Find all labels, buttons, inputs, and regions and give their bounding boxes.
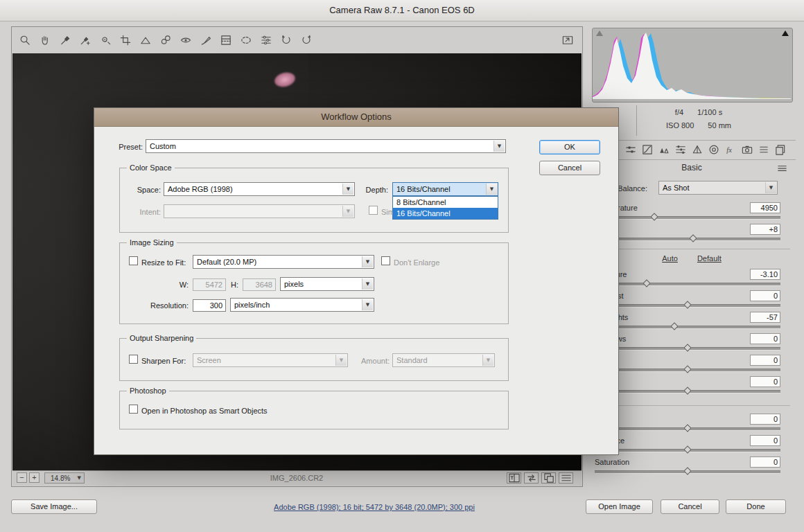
straighten-tool-icon[interactable] xyxy=(136,31,155,50)
split-toning-icon[interactable] xyxy=(690,143,704,156)
detail-icon[interactable] xyxy=(657,143,670,156)
rotate-left-icon[interactable] xyxy=(277,31,295,50)
slider-value[interactable]: -3.10 xyxy=(750,269,780,280)
highlight-clipping-indicator[interactable] xyxy=(782,30,789,36)
adjustment-brush-tool-icon[interactable] xyxy=(196,31,215,50)
slider-clarity: Clarity0 xyxy=(595,413,780,434)
color-space-legend: Color Space xyxy=(127,163,175,172)
slider-thumb[interactable] xyxy=(683,365,691,373)
preset-select[interactable]: Custom ▼ xyxy=(146,139,506,153)
slider-thumb[interactable] xyxy=(683,387,691,394)
slider-value[interactable]: 0 xyxy=(750,290,780,301)
resize-to-fit-checkbox[interactable] xyxy=(129,256,138,265)
white-balance-select[interactable]: As Shot ▼ xyxy=(658,181,778,195)
slider-contrast: Contrast0 xyxy=(595,290,780,311)
cancel-button[interactable]: Cancel xyxy=(661,499,719,514)
space-select[interactable]: Adobe RGB (1998) ▼ xyxy=(164,182,355,196)
slider-value[interactable]: 0 xyxy=(750,333,780,344)
resolution-units-select[interactable]: pixels/inch ▼ xyxy=(230,298,374,312)
radial-filter-tool-icon[interactable] xyxy=(236,31,255,50)
slider-thumb[interactable] xyxy=(683,344,691,351)
slider-value[interactable]: 0 xyxy=(750,414,780,425)
slider-track[interactable] xyxy=(595,427,780,431)
dialog-cancel-button[interactable]: Cancel xyxy=(539,161,600,175)
effects-icon[interactable]: fx xyxy=(724,143,737,156)
hsl-grayscale-icon[interactable] xyxy=(674,143,687,156)
slider-thumb[interactable] xyxy=(683,424,691,432)
depth-option[interactable]: 8 Bits/Channel xyxy=(393,197,498,208)
slider-track[interactable] xyxy=(595,449,780,452)
sharpen-for-checkbox[interactable] xyxy=(129,355,138,364)
graduated-filter-tool-icon[interactable] xyxy=(216,31,235,50)
slider-track[interactable] xyxy=(595,390,780,393)
rotate-right-icon[interactable] xyxy=(297,31,315,50)
fullscreen-toggle-icon[interactable] xyxy=(559,32,576,48)
depth-select[interactable]: 16 Bits/Channel ▼ xyxy=(392,182,498,196)
red-eye-tool-icon[interactable] xyxy=(176,31,195,50)
default-link[interactable]: Default xyxy=(697,254,722,263)
window-title: Camera Raw 8.7.1 - Canon EOS 6D xyxy=(329,5,475,15)
slider-track[interactable] xyxy=(595,304,780,308)
slider-thumb[interactable] xyxy=(671,322,679,330)
slider-track[interactable] xyxy=(595,347,780,351)
slider-thumb[interactable] xyxy=(689,234,697,242)
slider-value[interactable]: +8 xyxy=(750,224,780,235)
auto-link[interactable]: Auto xyxy=(662,254,678,263)
open-image-button[interactable]: Open Image xyxy=(586,499,653,514)
zoom-out-button[interactable]: − xyxy=(17,472,27,483)
slider-thumb[interactable] xyxy=(643,279,650,287)
slider-value[interactable]: 0 xyxy=(750,355,780,366)
hand-tool-icon[interactable] xyxy=(35,31,54,50)
resolution-field[interactable]: 300 xyxy=(193,299,226,312)
lens-corrections-icon[interactable] xyxy=(707,143,720,156)
slider-value[interactable]: 4950 xyxy=(750,202,780,213)
preview-view-buttons xyxy=(507,472,573,484)
slider-track[interactable] xyxy=(595,326,780,329)
tone-sliders: Exposure-3.10Contrast0Highlights-57Shado… xyxy=(595,268,780,397)
crop-tool-icon[interactable] xyxy=(116,31,134,50)
file-name: IMG_2606.CR2 xyxy=(40,474,553,482)
ok-button[interactable]: OK xyxy=(539,140,600,154)
before-after-preview-icon[interactable] xyxy=(507,472,521,484)
snapshots-icon[interactable] xyxy=(774,143,787,156)
slider-thumb[interactable] xyxy=(683,301,691,308)
slider-track[interactable] xyxy=(595,238,780,241)
swap-before-after-icon[interactable] xyxy=(524,472,539,484)
slider-track[interactable] xyxy=(595,369,780,372)
resize-preset-select[interactable]: Default (20.0 MP) ▼ xyxy=(193,255,374,269)
slider-track[interactable] xyxy=(595,283,780,286)
panel-separator xyxy=(588,140,796,141)
preview-menu-icon[interactable] xyxy=(559,472,573,484)
shadow-clipping-indicator[interactable] xyxy=(596,30,603,36)
basic-icon[interactable] xyxy=(624,143,637,156)
copy-current-settings-icon[interactable] xyxy=(541,472,556,484)
aperture-value: f/4 xyxy=(675,108,683,116)
slider-track[interactable] xyxy=(595,470,780,474)
space-label: Space: xyxy=(121,185,161,195)
slider-value[interactable]: 0 xyxy=(750,456,780,468)
depth-option[interactable]: 16 Bits/Channel xyxy=(393,208,498,219)
slider-thumb[interactable] xyxy=(683,445,691,453)
panel-menu-icon[interactable] xyxy=(776,163,789,179)
smart-objects-checkbox[interactable] xyxy=(129,405,138,414)
slider-track[interactable] xyxy=(595,216,780,220)
slider-value[interactable]: 0 xyxy=(750,435,780,446)
slider-thumb[interactable] xyxy=(650,213,658,220)
dont-enlarge-checkbox[interactable] xyxy=(381,256,390,265)
targeted-adjustment-tool-icon[interactable] xyxy=(96,31,114,50)
white-balance-tool-icon[interactable] xyxy=(55,31,74,50)
preferences-icon[interactable] xyxy=(256,31,275,50)
zoom-in-button[interactable]: + xyxy=(29,472,40,483)
presets-icon[interactable] xyxy=(757,143,770,156)
slider-value[interactable]: 0 xyxy=(750,376,780,387)
dialog-title-bar[interactable]: Workflow Options xyxy=(94,108,618,127)
color-sampler-tool-icon[interactable] xyxy=(76,31,94,50)
camera-calibration-icon[interactable] xyxy=(740,143,753,156)
done-button[interactable]: Done xyxy=(726,499,786,514)
spot-removal-tool-icon[interactable] xyxy=(156,31,175,50)
slider-value[interactable]: -57 xyxy=(750,312,780,323)
slider-thumb[interactable] xyxy=(683,467,691,475)
zoom-tool-icon[interactable] xyxy=(15,31,34,50)
tone-curve-icon[interactable] xyxy=(640,143,654,156)
size-units-select[interactable]: pixels ▼ xyxy=(280,277,374,291)
